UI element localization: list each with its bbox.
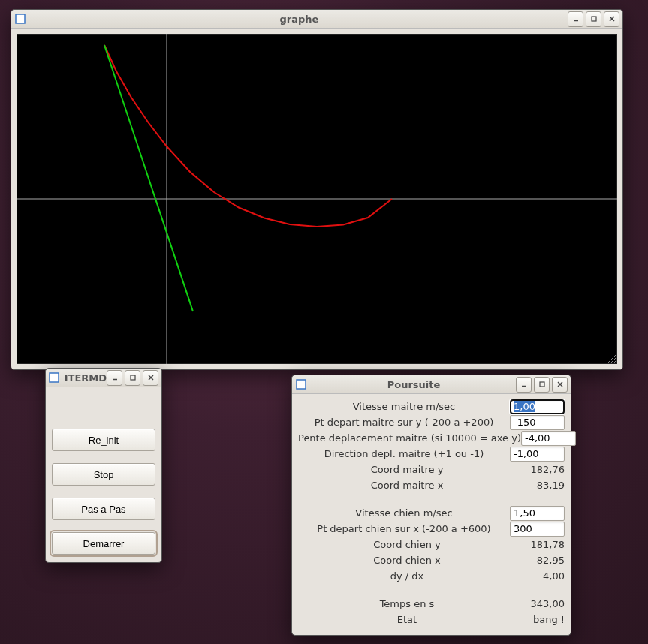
svg-rect-0 <box>16 14 25 23</box>
label-direction-maitre: Direction depl. maitre (+1 ou -1) <box>298 448 510 459</box>
input-pente-maitre[interactable] <box>521 431 576 446</box>
svg-rect-8 <box>50 373 59 382</box>
svg-rect-2 <box>592 17 596 21</box>
resize-grip-icon[interactable] <box>606 353 616 363</box>
value-coord-maitre-x: -83,19 <box>516 480 565 491</box>
maximize-button[interactable] <box>125 370 140 386</box>
input-vitesse-maitre[interactable] <box>510 399 565 414</box>
value-coord-chien-y: 181,78 <box>516 539 565 550</box>
master-line <box>104 45 193 311</box>
value-coord-chien-x: -82,95 <box>516 555 565 566</box>
label-coord-maitre-x: Coord maitre x <box>298 480 516 491</box>
svg-rect-13 <box>297 380 306 389</box>
window-title: Poursuite <box>312 379 516 390</box>
label-dy-dx: dy / dx <box>298 570 516 582</box>
window-itermd: ITERMD Re_init Stop Pas a Pas Demarrer <box>45 368 162 563</box>
minimize-button[interactable] <box>516 377 532 393</box>
minimize-button[interactable] <box>107 370 122 386</box>
label-pente-maitre: Pente deplacement maitre (si 10000 = axe… <box>298 432 521 444</box>
svg-line-7 <box>614 361 616 363</box>
svg-rect-15 <box>540 382 544 387</box>
input-pt-depart-chien-x[interactable] <box>510 522 565 537</box>
start-button[interactable]: Demarrer <box>52 532 155 555</box>
value-coord-maitre-y: 182,76 <box>516 464 565 475</box>
label-temps: Temps en s <box>298 598 516 609</box>
window-graphe: graphe <box>11 9 623 370</box>
minimize-button[interactable] <box>568 11 583 27</box>
app-icon <box>295 378 307 390</box>
window-poursuite: Poursuite Vitesse maitre m/sec Pt depart… <box>291 375 571 636</box>
pursuit-curve <box>104 45 392 227</box>
value-etat: bang ! <box>516 614 565 625</box>
input-vitesse-chien[interactable] <box>510 506 565 521</box>
app-icon <box>49 372 60 384</box>
control-buttons: Re_init Stop Pas a Pas Demarrer <box>46 387 161 562</box>
stop-button[interactable]: Stop <box>52 463 155 486</box>
close-button[interactable] <box>552 377 568 393</box>
plot-svg <box>17 34 617 364</box>
titlebar-itermd[interactable]: ITERMD <box>46 369 161 387</box>
label-pt-depart-maitre-y: Pt depart maitre sur y (-200 a +200) <box>298 417 510 428</box>
value-dy-dx: 4,00 <box>516 570 565 582</box>
titlebar-graphe[interactable]: graphe <box>11 10 622 29</box>
app-icon <box>14 13 26 25</box>
close-button[interactable] <box>604 11 619 27</box>
label-pt-depart-chien-x: Pt depart chien sur x (-200 a +600) <box>298 523 510 534</box>
reinit-button[interactable]: Re_init <box>52 429 155 451</box>
value-temps: 343,00 <box>516 598 565 609</box>
label-etat: Etat <box>298 614 516 625</box>
maximize-button[interactable] <box>534 377 550 393</box>
parameters-form: Vitesse maitre m/sec Pt depart maitre su… <box>292 394 571 635</box>
input-pt-depart-maitre-y[interactable] <box>510 415 565 430</box>
close-button[interactable] <box>143 370 158 386</box>
plot-canvas <box>17 34 617 364</box>
step-button[interactable]: Pas a Pas <box>52 498 155 520</box>
label-vitesse-maitre: Vitesse maitre m/sec <box>298 401 510 412</box>
svg-rect-10 <box>131 375 135 380</box>
window-title: ITERMD <box>65 372 107 384</box>
label-coord-chien-y: Coord chien y <box>298 539 516 550</box>
window-title: graphe <box>31 14 568 25</box>
label-coord-maitre-y: Coord maitre y <box>298 464 516 475</box>
maximize-button[interactable] <box>586 11 601 27</box>
input-direction-maitre[interactable] <box>510 447 565 462</box>
label-coord-chien-x: Coord chien x <box>298 555 516 566</box>
titlebar-poursuite[interactable]: Poursuite <box>292 375 571 394</box>
label-vitesse-chien: Vitesse chien m/sec <box>298 507 510 519</box>
